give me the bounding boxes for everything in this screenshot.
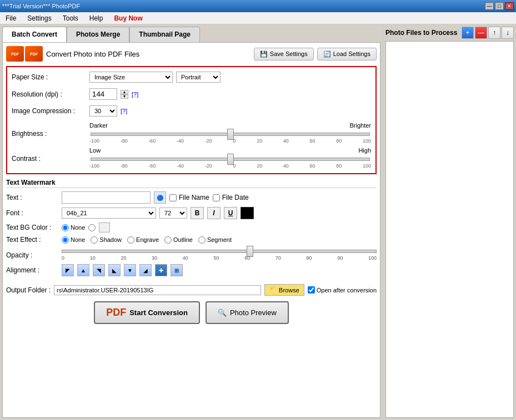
- text-effect-control: None Shadow Engrave Outline: [62, 236, 377, 244]
- effect-shadow-label: Shadow: [91, 236, 122, 244]
- menu-tools[interactable]: Tools: [59, 13, 82, 23]
- effect-none-radio[interactable]: [62, 236, 69, 244]
- orientation-select[interactable]: Portrait Landscape: [176, 72, 221, 83]
- opacity-slider[interactable]: [62, 250, 377, 253]
- load-icon: 🔄: [323, 50, 331, 58]
- filename-label: File Name: [179, 194, 209, 201]
- text-effect-label: Text Effect :: [6, 236, 62, 244]
- align-tl-button[interactable]: ◤: [62, 264, 74, 276]
- open-after-checkbox[interactable]: [308, 286, 315, 294]
- text-color-button[interactable]: 🔵: [154, 191, 166, 204]
- watermark-text-input[interactable]: [62, 191, 151, 204]
- opacity-label: Opacity :: [6, 247, 62, 259]
- bg-none-label: None: [71, 224, 85, 231]
- effect-outline-radio[interactable]: [164, 236, 172, 244]
- bg-color-row: Text BG Color : None: [6, 222, 377, 232]
- bg-color-control: None: [62, 222, 377, 232]
- tabs: Batch Convert Photos Merge Thumbnail Pag…: [2, 27, 380, 42]
- maximize-button[interactable]: □: [495, 2, 504, 10]
- load-settings-button[interactable]: 🔄 Load Settings: [317, 48, 377, 60]
- tab-batch-convert[interactable]: Batch Convert: [2, 27, 67, 42]
- bold-button[interactable]: B: [191, 207, 204, 219]
- right-panel-header: Photo Files to Process + — ↑ ↓: [385, 27, 514, 39]
- start-conversion-button[interactable]: PDF Start Conversion: [94, 301, 200, 324]
- font-control: 04b_21 Arial Times New Roman 72 81012141…: [62, 207, 377, 219]
- preview-icon: 🔍: [218, 308, 227, 317]
- align-center-button[interactable]: ✚: [155, 264, 167, 276]
- bg-color-radio[interactable]: [88, 224, 96, 231]
- align-tr-button[interactable]: ◥: [93, 264, 105, 276]
- contrast-slider-container: Low High -100-80-60-40-20020406080100: [89, 147, 371, 169]
- resolution-help[interactable]: [?]: [132, 91, 138, 98]
- contrast-label: Contrast :: [12, 147, 89, 163]
- resolution-input[interactable]: [89, 88, 117, 100]
- brightness-slider-wrapper: [89, 130, 371, 138]
- contrast-slider[interactable]: [91, 158, 370, 161]
- opacity-control: 0102030405060708090100: [62, 247, 377, 261]
- compression-row: Image Compression : 30 10 20 40 50 [?]: [12, 105, 371, 117]
- font-label: Font :: [6, 209, 62, 217]
- resolution-label: Resolution (dpi) :: [12, 90, 89, 98]
- filedate-label: File Date: [222, 194, 249, 201]
- alignment-row: Alignment : ◤ ▲ ◥ ◣ ▼ ◢ ✚ ⊞: [6, 264, 377, 276]
- watermark-title: Text Watermark: [6, 179, 377, 188]
- close-button[interactable]: ✕: [505, 2, 514, 10]
- output-folder-input[interactable]: [54, 285, 261, 295]
- contrast-low: Low: [89, 147, 101, 154]
- bg-none-radio-label: None: [62, 224, 85, 231]
- underline-button[interactable]: U: [224, 207, 237, 219]
- convert-header: PDF PDF Convert Photo into PDF Files 💾 S…: [6, 46, 377, 62]
- bg-none-radio[interactable]: [62, 224, 69, 231]
- effect-engrave-radio[interactable]: [127, 236, 134, 244]
- align-bl-button[interactable]: ◣: [108, 264, 121, 276]
- effect-segment-radio[interactable]: [198, 236, 206, 244]
- left-panel: Batch Convert Photos Merge Thumbnail Pag…: [0, 24, 383, 420]
- brightness-label: Brightness :: [12, 122, 89, 138]
- contrast-range-labels: Low High: [89, 147, 371, 154]
- brightness-darker: Darker: [89, 122, 108, 129]
- menu-buy-now[interactable]: Buy Now: [111, 13, 146, 23]
- tab-photos-merge[interactable]: Photos Merge: [67, 27, 129, 42]
- menu-file[interactable]: File: [2, 13, 19, 23]
- resolution-down[interactable]: ▼: [121, 94, 128, 99]
- move-up-button[interactable]: ↑: [488, 27, 500, 39]
- paper-size-select[interactable]: Image Size A4 Letter Legal: [89, 72, 173, 83]
- filename-checkbox[interactable]: [169, 194, 177, 201]
- font-color-box[interactable]: [241, 207, 254, 219]
- italic-button[interactable]: I: [207, 207, 221, 219]
- menu-settings[interactable]: Settings: [24, 13, 54, 23]
- minimize-button[interactable]: —: [485, 2, 494, 10]
- save-icon: 💾: [260, 50, 268, 58]
- bg-color-label: Text BG Color :: [6, 224, 62, 231]
- align-tc-button[interactable]: ▲: [77, 264, 89, 276]
- filedate-checkbox[interactable]: [213, 194, 220, 201]
- output-folder-label: Output Folder :: [6, 286, 51, 294]
- save-settings-button[interactable]: 💾 Save Settings: [254, 48, 314, 60]
- align-custom-button[interactable]: ⊞: [171, 264, 183, 276]
- move-down-button[interactable]: ↓: [502, 27, 514, 39]
- settings-box: Paper Size : Image Size A4 Letter Legal …: [6, 66, 377, 174]
- add-file-button[interactable]: +: [462, 27, 474, 39]
- resolution-spinner: ▲ ▼: [121, 90, 128, 99]
- text-label: Text :: [6, 194, 62, 201]
- align-br-button[interactable]: ◢: [139, 264, 152, 276]
- effect-shadow-radio[interactable]: [91, 236, 98, 244]
- brightness-slider-container: Darker Brighter -100-80-60-40-2002040608…: [89, 122, 371, 144]
- menu-bar: File Settings Tools Help Buy Now: [0, 12, 516, 24]
- output-row: Output Folder : 📁 Browse Open after conv…: [6, 284, 377, 296]
- font-size-select[interactable]: 72 8101214161820243648: [159, 208, 187, 219]
- brightness-slider[interactable]: [91, 133, 370, 136]
- resolution-up[interactable]: ▲: [121, 90, 128, 94]
- opacity-row: Opacity : 0102030405060708090100: [6, 247, 377, 261]
- browse-button[interactable]: 📁 Browse: [264, 284, 304, 296]
- compression-select[interactable]: 30 10 20 40 50: [89, 105, 117, 117]
- remove-file-button[interactable]: —: [475, 27, 487, 39]
- tab-thumbnail-page[interactable]: Thumbnail Page: [129, 27, 200, 42]
- photo-preview-button[interactable]: 🔍 Photo Preview: [206, 301, 289, 324]
- compression-help[interactable]: [?]: [121, 108, 127, 114]
- menu-help[interactable]: Help: [86, 13, 107, 23]
- contrast-high: High: [358, 147, 371, 154]
- align-bc-button[interactable]: ▼: [124, 264, 136, 276]
- font-select[interactable]: 04b_21 Arial Times New Roman: [62, 208, 156, 219]
- bg-color-box[interactable]: [99, 222, 110, 232]
